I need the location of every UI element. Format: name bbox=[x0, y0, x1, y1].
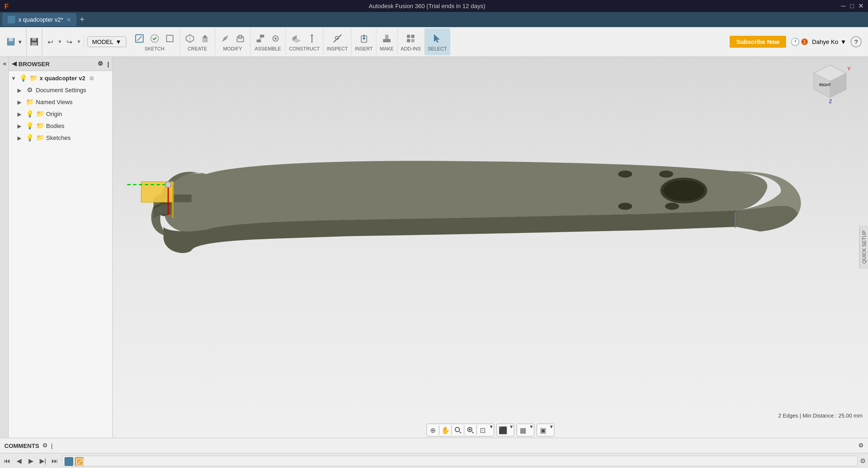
visual-dropdown-arrow[interactable]: ▼ bbox=[549, 424, 554, 436]
tree-item-root[interactable]: ▼ 💡 📁 x quadcopter v2 ⚙ bbox=[9, 72, 112, 84]
modify-icon bbox=[219, 32, 231, 45]
quick-setup-panel[interactable]: QUICK SETUP bbox=[859, 226, 868, 269]
timeline-item-sketch[interactable] bbox=[75, 457, 84, 466]
active-tab[interactable]: x quadcopter v2* ✕ bbox=[2, 13, 76, 26]
zoom-button[interactable] bbox=[452, 424, 464, 436]
help-button[interactable]: ? bbox=[850, 36, 862, 47]
comments-settings-icon[interactable]: ⚙ bbox=[42, 442, 48, 449]
toolbar-area: ▼ ↩ ▼ ↪ ▼ MODEL ▼ bbox=[0, 27, 868, 57]
svg-marker-29 bbox=[362, 38, 365, 40]
help-icon: ? bbox=[855, 38, 858, 45]
select-group[interactable]: SELECT bbox=[425, 28, 450, 55]
timeline-settings[interactable]: ⚙ bbox=[860, 457, 866, 465]
make-icons bbox=[380, 32, 393, 45]
timeline-play-button[interactable]: ▶ bbox=[26, 456, 36, 466]
grid-controls-group: ▦ ▼ bbox=[517, 424, 534, 437]
browser-divider-btn[interactable]: | bbox=[107, 60, 109, 67]
sketch-rect-icon bbox=[163, 32, 176, 45]
construct-group[interactable]: CONSTRUCT bbox=[286, 28, 323, 55]
file-arrow: ▼ bbox=[18, 39, 23, 45]
browser-panel: ◀ BROWSER ⚙ | ▼ 💡 📁 x quadcopter v2 ⚙ ▶ … bbox=[9, 57, 113, 438]
coordinate-cube[interactable]: Y Z RIGHT bbox=[808, 62, 852, 106]
display-dropdown-arrow[interactable]: ▼ bbox=[509, 424, 514, 436]
pan-button[interactable]: ✋ bbox=[439, 424, 452, 436]
joint-icon bbox=[269, 32, 282, 45]
timeline-prev-button[interactable]: ◀ bbox=[14, 456, 24, 466]
inspect-measure-icon bbox=[331, 32, 344, 45]
left-toolbar-strip: ◀ bbox=[0, 57, 9, 438]
zoom-extend-button[interactable] bbox=[464, 424, 476, 436]
svg-rect-35 bbox=[411, 39, 414, 42]
svg-marker-12 bbox=[203, 35, 208, 38]
bodies-visibility-icon[interactable]: 💡 bbox=[26, 122, 34, 130]
select-icon bbox=[431, 32, 444, 45]
save-button[interactable] bbox=[27, 28, 42, 55]
tab-close-button[interactable]: ✕ bbox=[66, 17, 71, 23]
addins-group[interactable]: ADD-INS bbox=[397, 28, 425, 55]
svg-point-46 bbox=[165, 182, 171, 188]
new-tab-button[interactable]: + bbox=[80, 14, 85, 24]
display-controls-group: ⬛ ▼ bbox=[496, 424, 514, 437]
sketches-visibility-icon[interactable]: 💡 bbox=[26, 133, 34, 142]
comments-divider-btn[interactable]: | bbox=[51, 442, 53, 449]
tree-item-root-settings[interactable]: ⚙ bbox=[89, 75, 94, 81]
tree-item-sketches[interactable]: ▶ 💡 📁 Sketches bbox=[9, 132, 112, 144]
assemble-label: ASSEMBLE bbox=[255, 46, 281, 52]
viewport[interactable]: Y Z RIGHT QUICK SETUP ⊕ ✋ bbox=[113, 57, 868, 438]
tab-icon bbox=[8, 16, 15, 23]
file-button[interactable]: ▼ bbox=[2, 28, 27, 55]
create-group[interactable]: CREATE bbox=[180, 28, 215, 55]
tree-item-origin[interactable]: ▶ 💡 📁 Origin bbox=[9, 108, 112, 120]
visual-style-button[interactable]: ▣ bbox=[537, 424, 549, 436]
construct-icons bbox=[290, 32, 318, 45]
subscribe-button[interactable]: Subscribe Now bbox=[730, 36, 786, 48]
timeline-end-button[interactable]: ⏭ bbox=[50, 456, 60, 466]
timeline-start-button[interactable]: ⏮ bbox=[2, 456, 12, 466]
origin-folder-icon: 📁 bbox=[36, 110, 44, 118]
visibility-icon[interactable]: 💡 bbox=[19, 74, 28, 83]
browser-settings-icon[interactable]: ⚙ bbox=[98, 60, 103, 67]
grid-button[interactable]: ▦ bbox=[517, 424, 529, 436]
browser-collapse-icon[interactable]: ◀ bbox=[12, 60, 16, 67]
view-cube-svg: Y Z RIGHT bbox=[808, 62, 852, 106]
redo-button[interactable]: ↪ bbox=[63, 36, 75, 48]
insert-icons bbox=[357, 32, 370, 45]
grid-dropdown-arrow[interactable]: ▼ bbox=[529, 424, 534, 436]
orbit-button[interactable]: ⊕ bbox=[427, 424, 439, 436]
select-icons bbox=[431, 32, 444, 45]
timeline-sketch-icon bbox=[75, 458, 84, 466]
inspect-group[interactable]: INSPECT bbox=[323, 28, 352, 55]
modify-group[interactable]: MODIFY bbox=[215, 28, 251, 55]
timeline-item[interactable] bbox=[65, 457, 73, 466]
tree-item-named-views[interactable]: ▶ 📁 Named Views bbox=[9, 96, 112, 108]
model-dropdown[interactable]: MODEL ▼ bbox=[87, 36, 126, 47]
close-button[interactable]: ✕ bbox=[858, 2, 864, 10]
zoom-dropdown-arrow[interactable]: ▼ bbox=[489, 424, 494, 436]
timeline-next-button[interactable]: ▶| bbox=[38, 456, 48, 466]
redo-arrow[interactable]: ▼ bbox=[76, 39, 82, 44]
display-mode-button[interactable]: ⬛ bbox=[497, 424, 509, 436]
make-group[interactable]: MAKE bbox=[376, 28, 397, 55]
sketch-group[interactable]: SKETCH bbox=[130, 28, 180, 55]
tree-item-doc-settings[interactable]: ▶ ⚙ Document Settings bbox=[9, 84, 112, 96]
addins-label: ADD-INS bbox=[401, 46, 421, 52]
zoom-window-button[interactable]: ⊡ bbox=[477, 424, 489, 436]
bottom-settings-icon[interactable]: ⚙ bbox=[858, 442, 864, 448]
restore-button[interactable]: □ bbox=[850, 2, 854, 10]
svg-line-56 bbox=[472, 432, 474, 433]
user-area[interactable]: Dahye Ko ▼ bbox=[812, 38, 846, 45]
timeline-track[interactable] bbox=[62, 455, 858, 466]
svg-point-39 bbox=[663, 180, 704, 201]
assemble-group[interactable]: ASSEMBLE bbox=[251, 28, 286, 55]
tree-item-bodies[interactable]: ▶ 💡 📁 Bodies bbox=[9, 120, 112, 132]
minimize-button[interactable]: ─ bbox=[841, 2, 845, 10]
svg-rect-31 bbox=[385, 35, 389, 39]
origin-visibility-icon[interactable]: 💡 bbox=[26, 110, 34, 118]
origin-arrow: ▶ bbox=[18, 111, 24, 117]
model-dropdown-arrow: ▼ bbox=[116, 38, 122, 45]
undo-button[interactable]: ↩ bbox=[44, 36, 56, 48]
undo-arrow[interactable]: ▼ bbox=[58, 39, 62, 44]
insert-group[interactable]: INSERT bbox=[352, 28, 377, 55]
create-box-icon bbox=[183, 32, 196, 45]
comments-section: COMMENTS ⚙ | bbox=[4, 442, 53, 449]
